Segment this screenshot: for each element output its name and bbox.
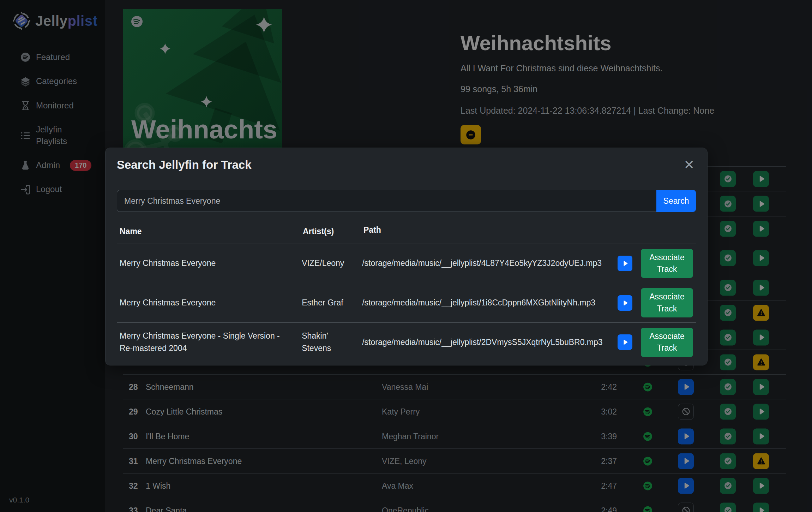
modal-header: Search Jellyfin for Track ✕ xyxy=(106,148,707,182)
search-result-row: Merry Christmas EveryoneVIZE/Leony/stora… xyxy=(117,244,696,283)
search-result-row: Merry Christmas Everyone - Single Versio… xyxy=(117,322,696,362)
modal-play-button[interactable] xyxy=(618,334,632,350)
modal-title: Search Jellyfin for Track xyxy=(117,158,252,172)
result-artists: VIZE/Leony xyxy=(302,257,362,270)
result-actions: Associate Track xyxy=(617,288,693,317)
result-path: /storage/media/music/__jellyplist/2DVmys… xyxy=(362,338,617,347)
associate-track-button[interactable]: Associate Track xyxy=(641,249,693,278)
result-actions: Associate Track xyxy=(617,328,693,357)
modal-body: Search Name Artist(s) Path Merry Christm… xyxy=(106,182,707,370)
result-name: Merry Christmas Everyone xyxy=(120,257,302,270)
close-icon[interactable]: ✕ xyxy=(682,159,696,171)
result-name: Merry Christmas Everyone xyxy=(120,297,302,309)
result-actions: Associate Track xyxy=(617,249,693,278)
result-artists: Esther Graf xyxy=(302,297,362,309)
search-button[interactable]: Search xyxy=(656,190,696,212)
results-header-row: Name Artist(s) Path xyxy=(117,221,696,244)
search-input[interactable] xyxy=(117,190,656,212)
result-path: /storage/media/music/__jellyplist/4L87Y4… xyxy=(362,258,617,268)
associate-track-button[interactable]: Associate Track xyxy=(641,328,693,357)
result-name: Merry Christmas Everyone - Single Versio… xyxy=(120,330,302,355)
column-header-path: Path xyxy=(363,225,620,238)
column-header-name: Name xyxy=(120,225,303,238)
modal-play-button[interactable] xyxy=(618,256,632,271)
search-input-group: Search xyxy=(117,190,696,212)
modal-play-button[interactable] xyxy=(618,295,632,311)
search-result-row: Merry Christmas EveryoneEsther Graf/stor… xyxy=(117,283,696,322)
column-header-artists: Artist(s) xyxy=(303,225,363,238)
jellyfin-search-modal: Search Jellyfin for Track ✕ Search Name … xyxy=(105,148,708,365)
associate-track-button[interactable]: Associate Track xyxy=(641,288,693,317)
result-artists: Shakin' Stevens xyxy=(302,330,362,355)
result-path: /storage/media/music/__jellyplist/1i8CcD… xyxy=(362,298,617,308)
search-results-table: Name Artist(s) Path Merry Christmas Ever… xyxy=(117,221,696,362)
